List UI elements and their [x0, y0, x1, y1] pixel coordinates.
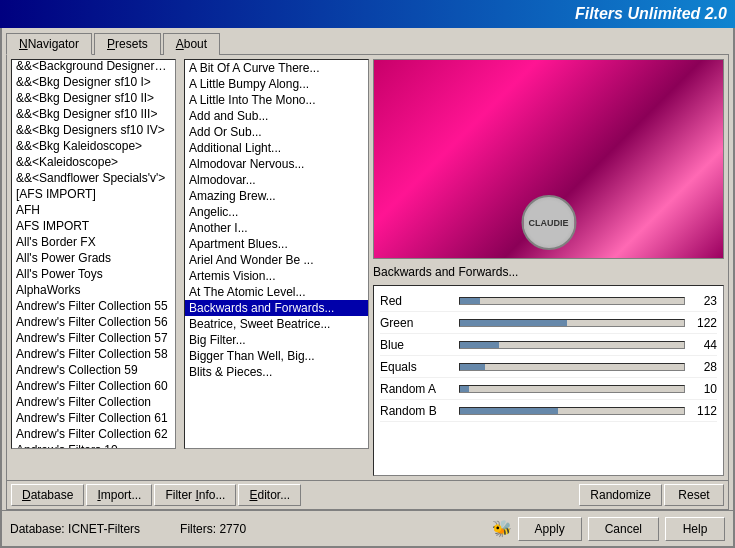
category-item[interactable]: Andrew's Filter Collection 61	[12, 410, 175, 426]
filter-name-label: Backwards and Forwards...	[373, 263, 724, 281]
param-label: Random A	[380, 382, 455, 396]
filter-item[interactable]: Add and Sub...	[185, 108, 368, 124]
category-item[interactable]: Andrew's Collection 59	[12, 362, 175, 378]
param-label: Equals	[380, 360, 455, 374]
action-buttons: 🐝 Apply Cancel Help	[492, 517, 725, 541]
reset-button[interactable]: Reset	[664, 484, 724, 506]
category-item[interactable]: AlphaWorks	[12, 282, 175, 298]
category-item[interactable]: Andrew's Filter Collection 60	[12, 378, 175, 394]
filter-item[interactable]: Big Filter...	[185, 332, 368, 348]
category-item[interactable]: &&<Bkg Designer sf10 II>	[12, 90, 175, 106]
content-area: VM&&<Background Designers IV>&&<Bkg Desi…	[6, 54, 729, 510]
filter-list[interactable]: A Bit Of A Curve There...A Little Bumpy …	[184, 59, 369, 449]
category-item[interactable]: All's Power Toys	[12, 266, 175, 282]
bee-icon: 🐝	[492, 519, 512, 538]
filter-info-button[interactable]: Filter Info...	[154, 484, 236, 506]
param-slider[interactable]	[459, 319, 685, 327]
param-slider-fill	[460, 408, 558, 414]
filter-item[interactable]: A Bit Of A Curve There...	[185, 60, 368, 76]
import-button[interactable]: Import...	[86, 484, 152, 506]
category-item[interactable]: Andrew's Filters 10	[12, 442, 175, 449]
editor-button[interactable]: Editor...	[238, 484, 301, 506]
category-item[interactable]: &&<Sandflower Specials'v'>	[12, 170, 175, 186]
category-item[interactable]: Andrew's Filter Collection 58	[12, 346, 175, 362]
category-list[interactable]: VM&&<Background Designers IV>&&<Bkg Desi…	[11, 59, 176, 449]
cancel-button[interactable]: Cancel	[588, 517, 659, 541]
category-item[interactable]: Andrew's Filter Collection 57	[12, 330, 175, 346]
filter-item[interactable]: Ariel And Wonder Be ...	[185, 252, 368, 268]
filter-item[interactable]: Add Or Sub...	[185, 124, 368, 140]
tab-navigator[interactable]: NNavigator	[6, 33, 92, 55]
param-slider-fill	[460, 342, 499, 348]
param-row: Green122	[380, 312, 717, 334]
param-value: 28	[689, 360, 717, 374]
status-bar: Database: ICNET-Filters Filters: 2770 🐝 …	[2, 510, 733, 546]
category-item[interactable]: &&<Bkg Kaleidoscope>	[12, 138, 175, 154]
main-window: NNavigator Presets About VM&&<Background…	[0, 28, 735, 548]
filter-item[interactable]: Blits & Pieces...	[185, 364, 368, 380]
filter-item[interactable]: Another I...	[185, 220, 368, 236]
tab-bar: NNavigator Presets About	[2, 28, 733, 54]
param-label: Green	[380, 316, 455, 330]
filter-item[interactable]: Additional Light...	[185, 140, 368, 156]
title-bar: Filters Unlimited 2.0	[0, 0, 735, 28]
main-content: VM&&<Background Designers IV>&&<Bkg Desi…	[7, 55, 728, 480]
filter-item[interactable]: Beatrice, Sweet Beatrice...	[185, 316, 368, 332]
category-item[interactable]: AFS IMPORT	[12, 218, 175, 234]
param-slider-fill	[460, 320, 567, 326]
category-item[interactable]: All's Border FX	[12, 234, 175, 250]
param-slider[interactable]	[459, 363, 685, 371]
filters-status: Filters: 2770	[180, 522, 246, 536]
param-slider[interactable]	[459, 341, 685, 349]
param-value: 44	[689, 338, 717, 352]
param-label: Blue	[380, 338, 455, 352]
category-item[interactable]: &&<Bkg Designer sf10 III>	[12, 106, 175, 122]
category-item[interactable]: Andrew's Filter Collection 55	[12, 298, 175, 314]
param-slider-fill	[460, 386, 469, 392]
filter-item[interactable]: A Little Into The Mono...	[185, 92, 368, 108]
param-row: Equals28	[380, 356, 717, 378]
category-item[interactable]: Andrew's Filter Collection 62	[12, 426, 175, 442]
filter-item[interactable]: A Little Bumpy Along...	[185, 76, 368, 92]
param-row: Random B112	[380, 400, 717, 422]
preview-area: CLAUDIE	[373, 59, 724, 259]
database-status: Database: ICNET-Filters	[10, 522, 140, 536]
database-button[interactable]: Database	[11, 484, 84, 506]
category-item[interactable]: &&<Bkg Designer sf10 I>	[12, 74, 175, 90]
category-item[interactable]: &&<Background Designers IV>	[12, 59, 175, 74]
filter-item[interactable]: Bigger Than Well, Big...	[185, 348, 368, 364]
right-panel: CLAUDIE Backwards and Forwards... Red23G…	[373, 59, 724, 476]
param-slider-fill	[460, 298, 480, 304]
filter-item[interactable]: Artemis Vision...	[185, 268, 368, 284]
param-value: 122	[689, 316, 717, 330]
param-label: Random B	[380, 404, 455, 418]
param-row: Red23	[380, 290, 717, 312]
filter-item[interactable]: Amazing Brew...	[185, 188, 368, 204]
filter-item[interactable]: At The Atomic Level...	[185, 284, 368, 300]
filter-item[interactable]: Almodovar...	[185, 172, 368, 188]
help-button[interactable]: Help	[665, 517, 725, 541]
params-area: Red23Green122Blue44Equals28Random A10Ran…	[373, 285, 724, 476]
param-slider[interactable]	[459, 297, 685, 305]
param-slider[interactable]	[459, 407, 685, 415]
category-item[interactable]: [AFS IMPORT]	[12, 186, 175, 202]
param-slider[interactable]	[459, 385, 685, 393]
filter-item[interactable]: Angelic...	[185, 204, 368, 220]
apply-button[interactable]: Apply	[518, 517, 582, 541]
param-row: Blue44	[380, 334, 717, 356]
filter-item[interactable]: Almodovar Nervous...	[185, 156, 368, 172]
category-item[interactable]: &&<Kaleidoscope>	[12, 154, 175, 170]
randomize-button[interactable]: Randomize	[579, 484, 662, 506]
tab-about[interactable]: About	[163, 33, 220, 55]
param-label: Red	[380, 294, 455, 308]
category-item[interactable]: Andrew's Filter Collection	[12, 394, 175, 410]
category-item[interactable]: All's Power Grads	[12, 250, 175, 266]
filter-item[interactable]: Apartment Blues...	[185, 236, 368, 252]
bottom-toolbar: Database Import... Filter Info... Editor…	[7, 480, 728, 509]
category-item[interactable]: AFH	[12, 202, 175, 218]
tab-presets[interactable]: Presets	[94, 33, 161, 55]
param-value: 112	[689, 404, 717, 418]
filter-item[interactable]: Backwards and Forwards...	[185, 300, 368, 316]
category-item[interactable]: &&<Bkg Designers sf10 IV>	[12, 122, 175, 138]
category-item[interactable]: Andrew's Filter Collection 56	[12, 314, 175, 330]
